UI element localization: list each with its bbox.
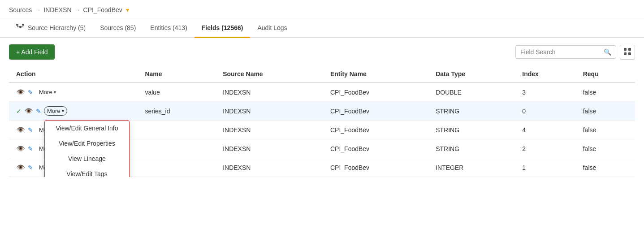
table-wrapper: Action Name Source Name Entity Name Data… (0, 66, 644, 177)
svg-rect-9 (624, 52, 627, 55)
more-label-2: More (47, 108, 61, 114)
tab-fields-label: Fields (12566) (202, 24, 243, 31)
search-box: 🔍 (515, 45, 616, 59)
tabs-bar: Source Hierarchy (5) Sources (85) Entiti… (0, 18, 644, 38)
entity-name-cell-1: CPI_FoodBev (323, 82, 428, 102)
data-type-cell-4: STRING (428, 139, 515, 158)
col-required: Requ (576, 66, 635, 82)
required-cell-2: false (576, 102, 635, 121)
required-cell-1: false (576, 82, 635, 102)
dropdown-item-tags[interactable]: View/Edit Tags (45, 166, 129, 177)
name-cell-1: value (138, 82, 216, 102)
source-name-cell-2: INDEXSN (216, 102, 323, 121)
required-cell-3: false (576, 121, 635, 139)
required-cell-5: false (576, 158, 635, 177)
data-type-cell-1: DOUBLE (428, 82, 515, 102)
svg-rect-0 (16, 24, 18, 26)
entity-name-cell-2: CPI_FoodBev (323, 102, 428, 121)
col-source-name: Source Name (216, 66, 323, 82)
more-button-1[interactable]: More ▾ (36, 87, 59, 97)
hierarchy-icon (16, 24, 24, 31)
fields-table: Action Name Source Name Entity Name Data… (9, 66, 635, 177)
breadcrumb-indexsn[interactable]: INDEXSN (43, 6, 71, 13)
chevron-down-icon-2: ▾ (62, 108, 64, 113)
tab-audit-logs-label: Audit Logs (257, 24, 287, 31)
search-icon: 🔍 (604, 48, 611, 56)
source-name-cell-1: INDEXSN (216, 82, 323, 102)
index-cell-5: 1 (515, 158, 575, 177)
col-data-type: Data Type (428, 66, 515, 82)
tab-audit-logs[interactable]: Audit Logs (250, 19, 294, 38)
action-cell-2: ✓ 👁️ ✎ More ▾ View/Edit General Info Vie… (9, 102, 138, 121)
binoculars-icon-3[interactable]: 👁️ (16, 125, 25, 134)
edit-icon-3[interactable]: ✎ (28, 126, 33, 134)
source-name-cell-3: INDEXSN (216, 121, 323, 139)
tab-entities[interactable]: Entities (413) (143, 19, 194, 38)
table-row: ✓ 👁️ ✎ More ▾ View/Edit General Info Vie… (9, 102, 635, 121)
svg-rect-10 (628, 52, 631, 55)
breadcrumb-sep-2: → (74, 6, 81, 13)
chevron-down-icon-1: ▾ (54, 90, 56, 95)
breadcrumb-cpifoodbev[interactable]: CPI_FoodBev (83, 6, 122, 13)
svg-rect-7 (624, 48, 627, 51)
tab-source-hierarchy[interactable]: Source Hierarchy (5) (9, 18, 93, 38)
table-header-row: Action Name Source Name Entity Name Data… (9, 66, 635, 82)
check-icon-2: ✓ (16, 108, 22, 115)
tab-entities-label: Entities (413) (150, 24, 187, 31)
source-name-cell-4: INDEXSN (216, 139, 323, 158)
breadcrumb-sources[interactable]: Sources (9, 6, 32, 13)
index-cell-2: 0 (515, 102, 575, 121)
data-type-cell-2: STRING (428, 102, 515, 121)
dropdown-item-lineage[interactable]: View Lineage (45, 151, 129, 166)
tab-sources-label: Sources (85) (100, 24, 136, 31)
dropdown-item-general-info[interactable]: View/Edit General Info (45, 121, 129, 136)
action-cell-1: 👁️ ✎ More ▾ (9, 82, 138, 102)
binoculars-icon-2[interactable]: 👁️ (24, 107, 33, 115)
tab-sources[interactable]: Sources (85) (93, 19, 143, 38)
name-cell-4 (138, 139, 216, 158)
data-type-cell-5: INTEGER (428, 158, 515, 177)
index-cell-1: 3 (515, 82, 575, 102)
field-search-input[interactable] (520, 48, 601, 56)
required-cell-4: false (576, 139, 635, 158)
binoculars-icon-4[interactable]: 👁️ (16, 144, 25, 153)
breadcrumb: Sources → INDEXSN → CPI_FoodBev ▾ (0, 0, 644, 18)
name-cell-5 (138, 158, 216, 177)
add-field-button[interactable]: + Add Field (9, 44, 55, 60)
col-entity-name: Entity Name (323, 66, 428, 82)
tab-source-hierarchy-label: Source Hierarchy (5) (28, 24, 86, 31)
col-index: Index (515, 66, 575, 82)
breadcrumb-dropdown-arrow[interactable]: ▾ (126, 6, 129, 13)
edit-icon-5[interactable]: ✎ (28, 164, 33, 171)
index-cell-3: 4 (515, 121, 575, 139)
grid-view-button[interactable] (620, 45, 635, 60)
add-field-label: + Add Field (16, 48, 48, 56)
entity-name-cell-3: CPI_FoodBev (323, 121, 428, 139)
data-type-cell-3: STRING (428, 121, 515, 139)
more-dropdown-menu: View/Edit General Info View/Edit Propert… (44, 120, 130, 177)
tab-fields[interactable]: Fields (12566) (194, 19, 251, 38)
search-area: 🔍 (515, 45, 635, 60)
col-action: Action (9, 66, 138, 82)
breadcrumb-sep-1: → (35, 6, 41, 13)
source-name-cell-5: INDEXSN (216, 158, 323, 177)
col-name: Name (138, 66, 216, 82)
table-row: 👁️ ✎ More ▾ value INDEXSN CPI_FoodBev DO… (9, 82, 635, 102)
svg-rect-8 (628, 48, 631, 51)
more-label-1: More (39, 89, 52, 95)
edit-icon-1[interactable]: ✎ (28, 89, 33, 96)
binoculars-icon-5[interactable]: 👁️ (16, 163, 25, 172)
binoculars-icon-1[interactable]: 👁️ (16, 88, 25, 96)
entity-name-cell-5: CPI_FoodBev (323, 158, 428, 177)
svg-rect-2 (22, 24, 24, 26)
edit-icon-2[interactable]: ✎ (36, 108, 41, 115)
index-cell-4: 2 (515, 139, 575, 158)
dropdown-item-properties[interactable]: View/Edit Properties (45, 136, 129, 151)
more-button-2[interactable]: More ▾ View/Edit General Info View/Edit … (44, 106, 67, 116)
name-cell-3 (138, 121, 216, 139)
toolbar: + Add Field 🔍 (0, 38, 644, 66)
edit-icon-4[interactable]: ✎ (28, 145, 33, 152)
name-cell-2: series_id (138, 102, 216, 121)
entity-name-cell-4: CPI_FoodBev (323, 139, 428, 158)
